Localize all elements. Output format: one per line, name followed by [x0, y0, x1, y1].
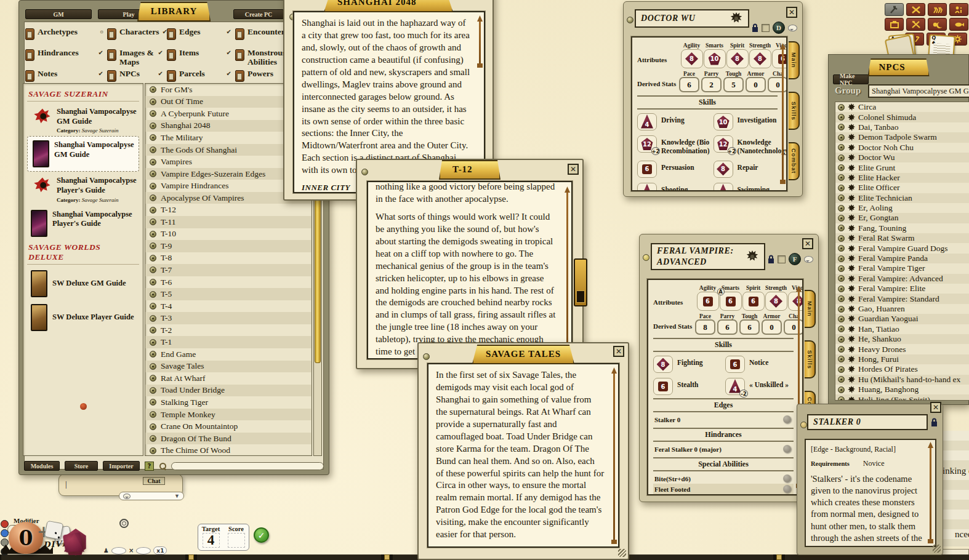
hotkey-segment[interactable]: [785, 554, 969, 560]
skill-item[interactable]: 4 Driving: [637, 113, 710, 130]
detail-button[interactable]: [783, 485, 791, 493]
skill-item[interactable]: 4 Shooting: [637, 183, 710, 191]
window-link-icon[interactable]: [423, 353, 430, 360]
story-list-item[interactable]: T-2: [145, 324, 312, 337]
skill-item[interactable]: 8 Repair: [714, 161, 787, 178]
derived-stat[interactable]: Armor 0: [762, 313, 782, 335]
story-list-item[interactable]: Temple Monkey: [145, 409, 312, 421]
record-check-mark[interactable]: ✔: [227, 49, 231, 56]
module-book-item[interactable]: SW Deluxe Player Guide: [27, 300, 139, 334]
module-book-item[interactable]: Shanghai Vampocalypse Player's Guide: [27, 206, 139, 239]
make-npc-button[interactable]: Make NPC: [833, 74, 869, 84]
story-list-item[interactable]: T-8: [145, 252, 312, 265]
story-list-item[interactable]: T-9: [145, 240, 312, 252]
derived-stat[interactable]: Pace 8: [695, 313, 715, 335]
derived-stat[interactable]: Armor 0: [746, 71, 766, 92]
target-value[interactable]: 4: [203, 533, 220, 548]
npc-token[interactable]: D: [773, 22, 785, 34]
attribute[interactable]: Smarts A6: [719, 285, 742, 311]
skill-item[interactable]: 6 Notice: [725, 356, 794, 373]
token-tool-icon[interactable]: [1, 538, 9, 546]
refresh-icon[interactable]: [80, 403, 87, 410]
window-link-icon[interactable]: [627, 17, 633, 23]
attribute[interactable]: Agility 6: [696, 285, 719, 311]
fish-icon[interactable]: [949, 18, 968, 31]
npc-list-item[interactable]: Huli Jing (Fox Spirit): [835, 394, 969, 401]
movement-runners-icon[interactable]: [928, 3, 947, 16]
create-pc-button[interactable]: Create PC: [233, 9, 284, 19]
record-type-item[interactable]: Archetypes ○: [25, 28, 107, 46]
module-link-item[interactable]: Shanghai Vampocalypse Player's Guide Cat…: [27, 172, 139, 205]
record-check-mark[interactable]: ✔: [99, 70, 103, 77]
npc-list-item[interactable]: Huang, Banghong: [835, 385, 969, 394]
record-type-item[interactable]: Items ✔: [167, 49, 235, 67]
story-list-item[interactable]: The Chime Of Wood: [145, 444, 312, 456]
lock-icon[interactable]: [768, 255, 774, 264]
sheet-tab[interactable]: Main: [789, 41, 800, 79]
inventory-icon[interactable]: [885, 18, 904, 31]
record-check-mark[interactable]: ✔: [227, 28, 231, 35]
derived-stat[interactable]: Cha 0: [768, 71, 787, 92]
skill-item[interactable]: 12+2 Knowledge (Nanotechnology): [714, 135, 787, 156]
npcs-banner[interactable]: NPCs: [868, 58, 930, 76]
npc-list-item[interactable]: Er, Aoling: [835, 203, 969, 213]
close-icon[interactable]: ✕: [613, 346, 624, 357]
npc-list-item[interactable]: Elite Technician: [835, 193, 969, 203]
sheet-tab[interactable]: Combat: [789, 142, 800, 180]
npc-list-item[interactable]: Guardian Yaoguai: [835, 314, 969, 324]
npc-list-item[interactable]: He, Shankuo: [835, 334, 969, 344]
story-list-item[interactable]: Crane On Mountaintop: [145, 420, 312, 433]
derived-stat[interactable]: Pace 6: [679, 71, 699, 92]
scroll-ornament[interactable]: [782, 49, 784, 180]
story-list-item[interactable]: Toad Under Bridge: [145, 385, 312, 397]
attribute[interactable]: Vigor 6: [771, 42, 787, 68]
skill-item[interactable]: 4 Swimming: [714, 183, 787, 191]
window-edge-ornament[interactable]: [574, 258, 587, 306]
crafting-tools-icon[interactable]: [906, 18, 925, 31]
derived-stat[interactable]: Parry 2: [701, 71, 722, 92]
lock-icon[interactable]: [931, 418, 938, 427]
hotkey-slot-icon[interactable]: [776, 554, 782, 560]
npc-list-item[interactable]: Elite Hacker: [835, 173, 969, 183]
hindrance-row[interactable]: Feral Stalker 0 (major): [653, 444, 794, 454]
library-search-input[interactable]: [171, 462, 324, 470]
npc-list-item[interactable]: Elite Grunt: [835, 162, 969, 172]
edge-name-box[interactable]: Stalker 0: [807, 414, 928, 430]
table-tool-icon[interactable]: [1, 529, 9, 537]
library-banner[interactable]: Library: [137, 2, 211, 22]
story-list-item[interactable]: End Game: [145, 348, 312, 361]
score-value[interactable]: [228, 533, 245, 548]
npc-list-item[interactable]: Er, Gongtan: [835, 213, 969, 223]
derived-stat[interactable]: Tough 5: [723, 71, 744, 92]
modules-button[interactable]: Modules: [24, 461, 60, 471]
chat-mode-dropdown[interactable]: ▼: [119, 492, 184, 500]
skill-item[interactable]: 12+2 Knowledge (Bio Recombination): [637, 135, 710, 156]
npc-list-item[interactable]: Circa: [835, 102, 969, 112]
npc-list-item[interactable]: Doctor Noh Chu: [835, 143, 969, 153]
record-check-mark[interactable]: ✔: [158, 49, 163, 56]
npc-list-item[interactable]: Demon Tadpole Swarm: [835, 132, 969, 142]
lock-icon[interactable]: [752, 23, 758, 33]
npc-list-item[interactable]: Colonel Shimuda: [835, 112, 969, 122]
day-night-icon[interactable]: [928, 18, 947, 31]
attribute[interactable]: Vigor 8: [787, 285, 803, 311]
scroll-ornament[interactable]: [930, 447, 931, 540]
speech-bubble-icon[interactable]: [804, 256, 813, 263]
record-check-mark[interactable]: ○: [100, 28, 103, 35]
record-type-item[interactable]: Images & Maps ✔: [107, 49, 167, 67]
attribute[interactable]: Agility 8: [680, 42, 703, 68]
story-list-item[interactable]: T-11: [145, 216, 312, 228]
npc-list-item[interactable]: Fang, Touning: [835, 223, 969, 233]
white-die[interactable]: [44, 521, 64, 540]
detail-button[interactable]: [783, 474, 791, 482]
npc-list-item[interactable]: Feral Vampire Tiger: [835, 263, 969, 273]
resize-grip[interactable]: [618, 549, 626, 557]
story-list-item[interactable]: T-12: [145, 204, 312, 216]
attribute[interactable]: Smarts 10: [703, 42, 726, 68]
resize-grip[interactable]: [933, 545, 941, 553]
scroll-ornament[interactable]: [566, 192, 568, 350]
story-list-item[interactable]: T-3: [145, 312, 312, 324]
npc-list-item[interactable]: Hordes Of Pirates: [835, 364, 969, 374]
help-button[interactable]: ?: [145, 462, 154, 471]
npc-list-item[interactable]: Feral Vampire: Advanced: [835, 274, 969, 284]
